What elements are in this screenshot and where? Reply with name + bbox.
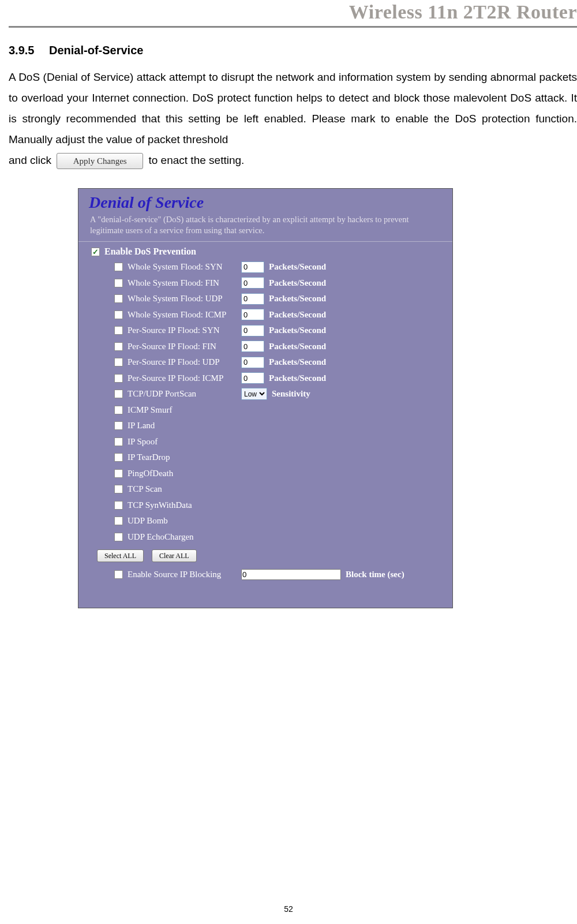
option-row: Whole System Flood: FINPackets/Second [114, 275, 452, 291]
clear-all-button[interactable]: Clear ALL [152, 549, 197, 562]
header-title: Wireless 11n 2T2R Router [349, 1, 577, 23]
option-checkbox[interactable] [114, 263, 123, 271]
option-row: UDP EchoChargen [114, 529, 452, 545]
option-checkbox[interactable] [114, 342, 123, 351]
option-row: IP TearDrop [114, 450, 452, 466]
option-row: Whole System Flood: SYNPackets/Second [114, 259, 452, 275]
option-label: PingOfDeath [123, 469, 241, 478]
option-row: TCP/UDP PortScanLowSensitivity [114, 386, 452, 402]
option-unit: Packets/Second [264, 278, 326, 288]
option-unit: Packets/Second [264, 326, 326, 335]
option-label: Whole System Flood: FIN [123, 278, 241, 288]
enable-dos-label: Enable DoS Prevention [104, 246, 196, 257]
select-all-button[interactable]: Select ALL [97, 549, 144, 562]
body-text-1: A DoS (Denial of Service) attack attempt… [9, 71, 577, 145]
option-value-input[interactable] [241, 341, 264, 352]
divider [78, 241, 452, 242]
option-row: Per-Source IP Flood: ICMPPackets/Second [114, 371, 452, 387]
option-value-input[interactable] [241, 357, 264, 368]
option-checkbox[interactable] [114, 406, 123, 414]
body-text-suffix: to enact the setting. [148, 154, 244, 166]
option-label: Per-Source IP Flood: ICMP [123, 373, 241, 383]
option-checkbox[interactable] [114, 421, 123, 430]
enable-dos-checkbox[interactable]: ✓ [91, 248, 100, 256]
option-checkbox[interactable] [114, 517, 123, 525]
option-value-input[interactable] [241, 309, 264, 320]
option-row: UDP Bomb [114, 513, 452, 529]
option-row: IP Land [114, 418, 452, 434]
panel-description: A "denial-of-service" (DoS) attack is ch… [78, 213, 452, 240]
option-checkbox[interactable] [114, 311, 123, 319]
option-label: ICMP Smurf [123, 405, 241, 415]
option-label: Per-Source IP Flood: UDP [123, 357, 241, 367]
option-value-input[interactable] [241, 372, 264, 384]
option-unit: Packets/Second [264, 310, 326, 320]
option-checkbox[interactable] [114, 469, 123, 478]
option-label: Per-Source IP Flood: SYN [123, 326, 241, 335]
body-text-prefix: and click [9, 154, 54, 166]
option-label: Whole System Flood: SYN [123, 262, 241, 272]
panel-title: Denial of Service [78, 189, 452, 213]
enable-source-ip-blocking-checkbox[interactable] [114, 570, 123, 579]
option-unit: Packets/Second [264, 294, 326, 304]
option-row: Per-Source IP Flood: SYNPackets/Second [114, 323, 452, 339]
option-label: TCP/UDP PortScan [123, 389, 241, 399]
page-number: 52 [0, 904, 577, 914]
option-checkbox[interactable] [114, 485, 123, 493]
option-label: Per-Source IP Flood: FIN [123, 342, 241, 351]
option-row: TCP Scan [114, 481, 452, 497]
option-checkbox[interactable] [114, 501, 123, 510]
option-value-input[interactable] [241, 261, 264, 273]
option-checkbox[interactable] [114, 358, 123, 366]
option-label: IP Land [123, 421, 241, 431]
option-label: TCP SynWithData [123, 500, 241, 510]
option-row: IP Spoof [114, 434, 452, 450]
option-label: Whole System Flood: ICMP [123, 310, 241, 320]
option-row: Per-Source IP Flood: FINPackets/Second [114, 339, 452, 355]
section-number: 3.9.5 [9, 44, 34, 57]
option-row: PingOfDeath [114, 466, 452, 482]
option-checkbox[interactable] [114, 453, 123, 462]
option-label: Whole System Flood: UDP [123, 294, 241, 304]
section-title: Denial-of-Service [49, 44, 143, 57]
option-row: TCP SynWithData [114, 497, 452, 514]
option-row: Whole System Flood: UDPPackets/Second [114, 291, 452, 307]
option-checkbox[interactable] [114, 374, 123, 383]
block-time-unit: Block time (sec) [341, 570, 404, 579]
sensitivity-select[interactable]: Low [241, 388, 267, 400]
apply-changes-button-inline: Apply Changes [57, 153, 143, 169]
option-checkbox[interactable] [114, 533, 123, 541]
option-unit: Sensitivity [267, 389, 310, 399]
option-value-input[interactable] [241, 277, 264, 289]
option-row: Per-Source IP Flood: UDPPackets/Second [114, 354, 452, 371]
option-label: IP Spoof [123, 437, 241, 447]
option-label: UDP Bomb [123, 516, 241, 526]
option-unit: Packets/Second [264, 342, 326, 351]
option-label: TCP Scan [123, 484, 241, 494]
option-row: Whole System Flood: ICMPPackets/Second [114, 307, 452, 323]
option-checkbox[interactable] [114, 326, 123, 335]
option-checkbox[interactable] [114, 437, 123, 446]
body-paragraph: A DoS (Denial of Service) attack attempt… [9, 67, 577, 171]
option-checkbox[interactable] [114, 390, 123, 398]
option-unit: Packets/Second [264, 262, 326, 272]
block-time-input[interactable] [241, 569, 341, 580]
option-checkbox[interactable] [114, 294, 123, 303]
option-row: ICMP Smurf [114, 402, 452, 418]
option-label: UDP EchoChargen [123, 532, 241, 542]
header-bar: Wireless 11n 2T2R Router [9, 5, 577, 28]
option-unit: Packets/Second [264, 357, 326, 367]
dos-panel-screenshot: Denial of Service A "denial-of-service" … [78, 188, 453, 608]
enable-source-ip-blocking-label: Enable Source IP Blocking [123, 570, 241, 579]
option-value-input[interactable] [241, 325, 264, 336]
option-label: IP TearDrop [123, 452, 241, 462]
option-checkbox[interactable] [114, 279, 123, 287]
option-value-input[interactable] [241, 293, 264, 305]
option-unit: Packets/Second [264, 373, 326, 383]
